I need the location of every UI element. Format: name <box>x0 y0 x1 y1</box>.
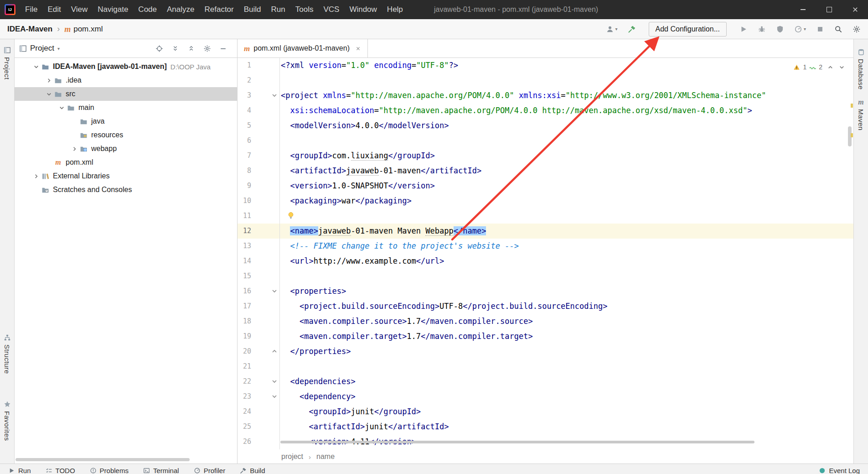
fold-marker-icon[interactable] <box>271 287 278 295</box>
code-line-3[interactable]: 3<project xmlns="http://maven.apache.org… <box>238 88 853 103</box>
tree-item-main[interactable]: main <box>15 101 237 115</box>
code-line-15[interactable]: 15 <box>238 269 853 284</box>
horizontal-scrollbar[interactable] <box>280 441 754 443</box>
chevron-right-icon[interactable] <box>44 77 54 84</box>
run-button[interactable] <box>739 25 748 33</box>
fold-marker-icon[interactable] <box>271 393 278 400</box>
tool-stripe-database[interactable]: Database <box>857 44 865 94</box>
locate-file-button[interactable] <box>155 45 163 52</box>
user-menu-button[interactable]: ▾ <box>606 25 618 33</box>
close-tab-icon[interactable] <box>355 46 361 52</box>
tree-item-external-libraries[interactable]: External Libraries <box>15 169 237 183</box>
tree-item-src[interactable]: src <box>15 87 237 101</box>
fold-marker-icon[interactable] <box>271 378 278 385</box>
code-line-25[interactable]: 25 <artifactId>junit</artifactId> <box>238 419 853 434</box>
menu-code[interactable]: Code <box>133 5 162 14</box>
code-line-24[interactable]: 24 <groupId>junit</groupId> <box>238 404 853 419</box>
code-editor[interactable]: 1<?xml version="1.0" encoding="UTF-8"?>2… <box>238 58 853 450</box>
chevron-down-icon[interactable] <box>57 104 67 111</box>
code-line-10[interactable]: 10 <packaging>war</packaging> <box>238 193 853 208</box>
add-configuration-button[interactable]: Add Configuration... <box>649 22 727 36</box>
profiler-button[interactable]: ▾ <box>794 25 806 33</box>
code-line-14[interactable]: 14 <url>http://www.example.com</url> <box>238 254 853 269</box>
menu-navigate[interactable]: Navigate <box>93 5 133 14</box>
menu-vcs[interactable]: VCS <box>318 5 344 14</box>
tree-item-webapp[interactable]: webapp <box>15 142 237 156</box>
fold-end-marker-icon[interactable] <box>271 348 278 355</box>
minimize-button[interactable] <box>790 0 816 19</box>
statusbar-profiler[interactable]: Profiler <box>194 467 226 474</box>
code-line-21[interactable]: 21 <box>238 359 853 374</box>
statusbar-event-log[interactable]: Event Log <box>819 467 860 474</box>
code-line-8[interactable]: 8 <artifactId>javaweb-01-maven</artifact… <box>238 163 853 178</box>
code-line-4[interactable]: 4 xsi:schemaLocation="http://maven.apach… <box>238 103 853 118</box>
chevron-right-icon[interactable] <box>31 173 41 180</box>
tree-item-idea-maven-javaweb-01-maven-[interactable]: IDEA-Maven [javaweb-01-maven]D:\OOP Java <box>15 60 237 73</box>
code-line-12[interactable]: 12 <name>javaweb-01-maven Maven Webapp</… <box>238 224 853 239</box>
chevron-down-icon[interactable] <box>31 63 41 70</box>
menu-refactor[interactable]: Refactor <box>199 5 238 14</box>
inspections-widget[interactable]: 1 2 <box>791 63 847 72</box>
code-line-13[interactable]: 13 <!-- FIXME change it to the project's… <box>238 239 853 254</box>
maximize-button[interactable] <box>816 0 842 19</box>
code-line-11[interactable]: 11 <box>238 208 853 224</box>
expand-all-button[interactable] <box>171 45 179 52</box>
statusbar-run[interactable]: Run <box>8 467 31 474</box>
fold-marker-icon[interactable] <box>271 92 278 99</box>
tree-item-pom-xml[interactable]: mpom.xml <box>15 156 237 169</box>
tab-pom-xml[interactable]: m pom.xml (javaweb-01-maven) <box>238 39 368 57</box>
build-hammer-button[interactable] <box>628 25 636 33</box>
chevron-right-icon[interactable] <box>69 146 79 152</box>
intention-bulb-icon[interactable] <box>287 211 295 219</box>
breadcrumb-file[interactable]: pom.xml <box>73 25 103 34</box>
project-panel-title[interactable]: Project <box>30 44 54 53</box>
breadcrumb-project[interactable]: IDEA-Maven <box>7 25 52 34</box>
tool-stripe-structure[interactable]: Structure <box>3 329 11 378</box>
tree-item--idea[interactable]: .idea <box>15 73 237 87</box>
code-line-1[interactable]: 1<?xml version="1.0" encoding="UTF-8"?> <box>238 58 853 73</box>
code-line-22[interactable]: 22 <dependencies> <box>238 374 853 389</box>
previous-issue-icon[interactable] <box>827 64 834 71</box>
menu-help[interactable]: Help <box>382 5 408 14</box>
menu-view[interactable]: View <box>66 5 93 14</box>
chevron-down-icon[interactable] <box>44 91 54 98</box>
close-button[interactable] <box>842 0 868 19</box>
tree-item-java[interactable]: java <box>15 115 237 128</box>
coverage-button[interactable] <box>776 25 784 33</box>
tree-item-scratches-and-consoles[interactable]: Scratches and Consoles <box>15 183 237 197</box>
tool-stripe-maven[interactable]: mMaven <box>857 94 865 135</box>
menu-edit[interactable]: Edit <box>42 5 66 14</box>
chevron-down-icon[interactable]: ▾ <box>57 46 60 51</box>
code-line-19[interactable]: 19 <maven.compiler.target>1.7</maven.com… <box>238 329 853 344</box>
tool-stripe-favorites[interactable]: Favorites <box>3 396 11 445</box>
collapse-all-button[interactable] <box>187 45 195 52</box>
tool-stripe-project[interactable]: Project <box>3 42 11 84</box>
horizontal-scrollbar[interactable] <box>16 458 190 461</box>
code-line-6[interactable]: 6 <box>238 133 853 148</box>
code-line-16[interactable]: 16 <properties> <box>238 284 853 299</box>
code-line-17[interactable]: 17 <project.build.sourceEncoding>UTF-8</… <box>238 299 853 314</box>
menu-analyze[interactable]: Analyze <box>162 5 199 14</box>
code-line-23[interactable]: 23 <dependency> <box>238 389 853 404</box>
tree-item-resources[interactable]: resources <box>15 128 237 142</box>
menu-window[interactable]: Window <box>344 5 382 14</box>
statusbar-terminal[interactable]: Terminal <box>143 467 179 474</box>
next-issue-icon[interactable] <box>838 64 845 71</box>
code-line-9[interactable]: 9 <version>1.0-SNAPSHOT</version> <box>238 178 853 193</box>
statusbar-problems[interactable]: Problems <box>90 467 129 474</box>
code-line-2[interactable]: 2 <box>238 73 853 88</box>
menu-run[interactable]: Run <box>266 5 290 14</box>
stop-button[interactable] <box>816 25 824 33</box>
statusbar-todo[interactable]: TODO <box>46 467 75 474</box>
code-line-7[interactable]: 7 <groupId>com.liuxiang</groupId> <box>238 148 853 163</box>
code-line-5[interactable]: 5 <modelVersion>4.0.0</modelVersion> <box>238 118 853 133</box>
debug-button[interactable] <box>758 25 766 33</box>
code-line-20[interactable]: 20 </properties> <box>238 344 853 359</box>
code-line-18[interactable]: 18 <maven.compiler.source>1.7</maven.com… <box>238 314 853 329</box>
search-everywhere-button[interactable] <box>834 25 842 33</box>
menu-tools[interactable]: Tools <box>290 5 319 14</box>
ide-settings-button[interactable] <box>852 25 861 33</box>
menu-build[interactable]: Build <box>239 5 266 14</box>
breadcrumb-project-tag[interactable]: project <box>281 453 303 461</box>
hide-button[interactable] <box>219 45 227 52</box>
